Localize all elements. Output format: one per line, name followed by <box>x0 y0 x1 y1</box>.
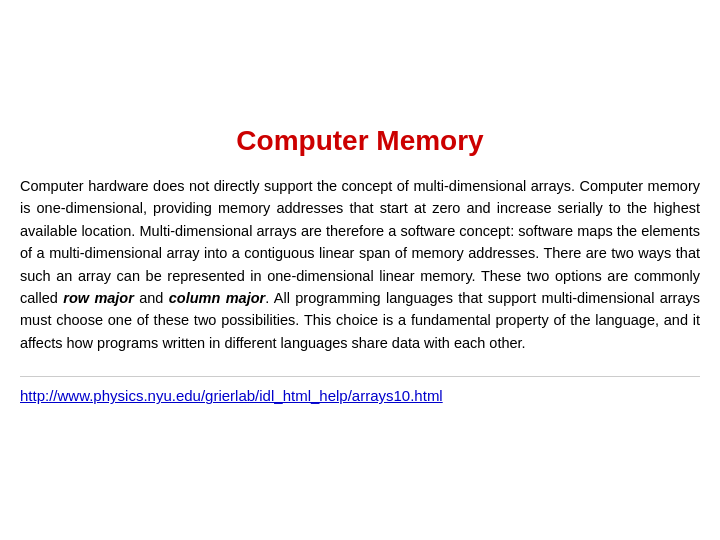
paragraph-text-start: Computer hardware does not directly supp… <box>20 178 700 306</box>
reference-link[interactable]: http://www.physics.nyu.edu/grierlab/idl_… <box>20 387 443 404</box>
column-major-text: column major <box>169 290 265 306</box>
body-paragraph: Computer hardware does not directly supp… <box>20 175 700 355</box>
link-section: http://www.physics.nyu.edu/grierlab/idl_… <box>20 376 700 415</box>
page-title: Computer Memory <box>20 125 700 157</box>
page-container: Computer Memory Computer hardware does n… <box>10 105 710 436</box>
connector-text: and <box>134 290 169 306</box>
row-major-text: row major <box>63 290 134 306</box>
